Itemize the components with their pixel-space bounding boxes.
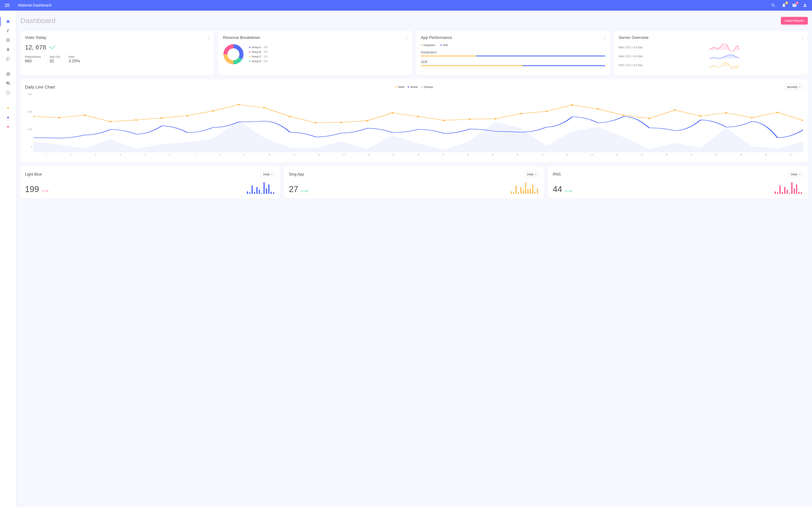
svg-point-12 — [604, 37, 605, 38]
svg-point-3 — [406, 36, 407, 37]
svg-point-26 — [262, 107, 266, 109]
svg-point-43 — [698, 115, 703, 117]
svg-rect-67 — [527, 189, 529, 194]
sidebar-item-ui[interactable] — [0, 54, 16, 63]
svg-rect-68 — [530, 188, 531, 194]
y-axis: 7500 5000 2500 0 — [25, 93, 34, 152]
svg-rect-54 — [261, 193, 262, 194]
sidebar-item-home[interactable] — [0, 17, 16, 26]
card-performance: App Performance Integration SDK Integrat… — [416, 31, 610, 75]
visits-title: Visits Today — [25, 35, 46, 40]
more-icon[interactable] — [802, 36, 803, 39]
menu-button[interactable] — [5, 3, 10, 8]
visits-value: 12, 678 — [25, 44, 46, 51]
mail-icon[interactable]: 4 — [792, 3, 797, 8]
svg-rect-76 — [784, 187, 785, 194]
svg-rect-61 — [513, 192, 514, 194]
svg-point-24 — [211, 110, 215, 112]
latest-reports-button[interactable]: Latest Reports — [781, 17, 808, 24]
card-daily: Daily Line Chart Tablet Mobile Desktop M… — [20, 79, 808, 162]
svg-rect-80 — [794, 188, 795, 194]
profile-icon[interactable] — [803, 3, 807, 8]
sing-app-value: 27 — [289, 184, 298, 194]
svg-point-20 — [108, 121, 112, 122]
svg-rect-69 — [532, 184, 533, 194]
sidebar-item-support[interactable] — [0, 79, 16, 88]
sidebar-dot-pink[interactable] — [7, 126, 9, 128]
svg-rect-62 — [515, 185, 517, 194]
rns-period[interactable]: Daily — [789, 171, 803, 177]
svg-rect-51 — [254, 192, 255, 194]
sidebar-item-library[interactable] — [0, 69, 16, 79]
card-visits: Visits Today 12, 678 Registrations 860 S… — [20, 31, 214, 75]
search-icon[interactable] — [771, 3, 776, 8]
svg-rect-78 — [789, 193, 790, 194]
rns-delta: +3.1% — [564, 189, 572, 193]
sidebar-item-faq[interactable] — [0, 88, 16, 97]
legend-mobile: Mobile — [410, 86, 418, 89]
messages-badge: 4 — [796, 1, 799, 4]
light-blue-title: Light Blue — [25, 172, 42, 177]
app-title: Material Dashboard — [18, 3, 771, 8]
svg-point-11 — [604, 36, 605, 37]
svg-point-13 — [604, 39, 605, 39]
svg-rect-71 — [537, 189, 538, 194]
server-row-3: 57% / 21°C / 3.3 Ghz — [619, 64, 643, 67]
light-blue-value: 199 — [25, 184, 39, 194]
svg-point-28 — [313, 122, 318, 124]
more-icon[interactable] — [208, 36, 209, 39]
svg-rect-74 — [779, 185, 781, 194]
notifications-icon[interactable]: 4 — [781, 3, 786, 8]
svg-rect-49 — [249, 192, 250, 194]
svg-rect-72 — [774, 191, 776, 194]
sidebar-item-tables[interactable] — [0, 36, 16, 45]
registrations-label: Registrations — [25, 55, 41, 58]
svg-rect-63 — [518, 192, 519, 194]
sidebar-item-notifications[interactable] — [0, 45, 16, 54]
svg-point-19 — [83, 114, 87, 116]
rns-title: RNS — [553, 172, 561, 177]
svg-point-1 — [208, 37, 209, 38]
sidebar-dot-blue[interactable] — [7, 117, 9, 118]
daily-title: Daily Line Chart — [25, 85, 55, 90]
perf-integration-label: Integration — [421, 51, 605, 54]
svg-rect-60 — [511, 191, 512, 194]
sing-app-delta: +2.5% — [301, 189, 308, 193]
svg-point-17 — [34, 116, 36, 117]
light-blue-period[interactable]: Daily — [261, 171, 275, 177]
svg-point-18 — [57, 117, 61, 118]
svg-rect-56 — [266, 188, 267, 194]
svg-point-41 — [647, 118, 651, 119]
sidebar-item-typography[interactable] — [0, 26, 16, 36]
svg-point-47 — [801, 120, 803, 121]
registrations-value: 860 — [25, 59, 41, 63]
rns-value: 44 — [553, 184, 562, 194]
sing-app-period[interactable]: Daily — [525, 171, 539, 177]
card-rns: RNS Daily 44 +3.1% — [548, 166, 808, 199]
sidebar-dot-orange[interactable] — [7, 107, 9, 109]
sidebar — [0, 11, 16, 507]
period-value: Monthly — [787, 86, 798, 89]
svg-point-27 — [288, 116, 292, 117]
line-chart — [34, 93, 803, 152]
svg-point-31 — [390, 112, 395, 114]
revenue-title: Revenue Breakdown — [223, 35, 260, 40]
svg-point-33 — [442, 120, 446, 121]
svg-rect-48 — [247, 191, 248, 194]
more-icon[interactable] — [604, 36, 605, 39]
svg-point-2 — [208, 39, 209, 39]
light-blue-delta: -3.7% — [41, 189, 48, 193]
legend-tablet: Tablet — [398, 86, 404, 89]
perf-sdk-label: SDK — [421, 60, 605, 64]
signout-label: Sign Out — [49, 55, 60, 58]
svg-point-32 — [416, 116, 420, 117]
svg-rect-79 — [791, 182, 793, 194]
more-icon[interactable] — [406, 36, 407, 39]
perf-legend-sdk: SDK — [443, 44, 448, 47]
svg-rect-59 — [273, 192, 274, 194]
rate-value: 3.25% — [68, 59, 80, 63]
card-light-blue: Light Blue Daily 199 -3.7% — [20, 166, 280, 199]
period-select[interactable]: Monthly — [785, 84, 803, 90]
svg-rect-82 — [799, 192, 800, 194]
svg-point-29 — [339, 121, 343, 123]
